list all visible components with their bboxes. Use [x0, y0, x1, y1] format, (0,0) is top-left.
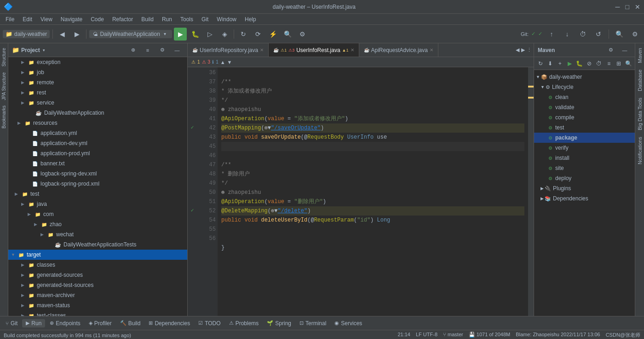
maven-expand-btn[interactable]: ⊞ — [614, 58, 623, 69]
find-btn[interactable]: 🔍 — [613, 28, 626, 41]
collapse-btn[interactable]: ≡ — [141, 44, 154, 57]
tree-logback-dev[interactable]: 📄 logback-spring-dev.xml — [8, 169, 187, 179]
tree-java[interactable]: ▶ 📁 java — [8, 199, 187, 209]
tab1-close[interactable]: ✕ — [260, 47, 264, 53]
project-minimize-btn[interactable]: — — [171, 44, 184, 57]
back-btn[interactable]: ◀ — [56, 28, 69, 41]
tree-rest[interactable]: ▶ 📁 rest — [8, 88, 187, 98]
tree-com[interactable]: ▶ 📁 com — [8, 209, 187, 219]
tree-logback-prod[interactable]: 📄 logback-spring-prod.xml — [8, 179, 187, 189]
tree-zhao[interactable]: ▶ 📁 zhao — [8, 219, 187, 229]
menu-tools[interactable]: Tools — [177, 15, 197, 23]
menu-view[interactable]: View — [37, 15, 56, 23]
tab-scroll-right[interactable]: ▶ — [521, 47, 525, 53]
code-editor[interactable]: /** * 添加或者修改用户 */ ☻ zhaopeishu @ApiOpera… — [218, 67, 528, 316]
tree-classes[interactable]: ▶ 📁 classes — [8, 260, 187, 270]
menu-edit[interactable]: Edit — [19, 15, 36, 23]
maven-add-btn[interactable]: + — [556, 58, 564, 69]
settings-btn[interactable]: ⚙ — [296, 28, 309, 41]
maven-run-btn[interactable]: ▶ — [565, 58, 574, 69]
locate-btn[interactable]: ⊕ — [126, 44, 139, 57]
menu-file[interactable]: File — [2, 15, 18, 23]
bottom-tab-run[interactable]: ▶ Run — [22, 319, 45, 327]
tab-userinfo-repository[interactable]: ☕ UserInfoRepository.java ✕ — [188, 43, 269, 57]
tree-target[interactable]: ▼ 📁 target — [8, 250, 187, 260]
tab-menu-btn[interactable]: ⋮ — [527, 47, 532, 53]
tree-maven-status[interactable]: ▶ 📁 maven-status — [8, 300, 187, 310]
maven-package[interactable]: ⚙ package — [534, 133, 635, 143]
tree-app-yml[interactable]: 📄 application.yml — [8, 128, 187, 138]
maven-test[interactable]: ⚙ test — [534, 123, 635, 133]
tree-remote[interactable]: ▶ 📁 remote — [8, 77, 187, 88]
maximize-btn[interactable]: □ — [626, 3, 629, 11]
project-name-btn[interactable]: 📁 daily-weather — [3, 30, 50, 38]
tab2-close[interactable]: ✕ — [351, 47, 354, 53]
menu-run[interactable]: Run — [158, 15, 176, 23]
close-btn[interactable]: ✕ — [635, 3, 640, 11]
notifications-side-tab[interactable]: Notifications — [636, 134, 644, 167]
minimize-btn[interactable]: ─ — [615, 3, 620, 11]
maven-deploy[interactable]: ⚙ deploy — [534, 173, 635, 183]
menu-help[interactable]: Help — [241, 15, 260, 23]
git-push-btn[interactable]: ↑ — [545, 28, 558, 41]
power-btn[interactable]: ⚡ — [266, 28, 279, 41]
maven-clean[interactable]: ⚙ clean — [534, 92, 635, 102]
maven-lifecycle-group[interactable]: ▼ ⚙ Lifecycle — [534, 82, 635, 92]
title-bar-controls[interactable]: ─ □ ✕ — [615, 3, 640, 11]
bigdata-side-tab[interactable]: Big Data Tools — [636, 95, 644, 133]
project-settings-btn[interactable]: ⚙ — [156, 44, 169, 57]
debug-btn[interactable]: 🐛 — [189, 28, 201, 41]
bottom-tab-todo[interactable]: ☑ TODO — [195, 319, 224, 327]
jpa-structure-tab[interactable]: JPA Structure — [1, 70, 7, 103]
bottom-tab-git[interactable]: ⑂ Git — [2, 319, 21, 327]
maven-validate[interactable]: ⚙ validate — [534, 102, 635, 112]
bookmarks-tab[interactable]: Bookmarks — [1, 103, 7, 131]
maven-history-btn[interactable]: ⏱ — [595, 58, 604, 69]
tree-wechat[interactable]: ▶ 📁 wechat — [8, 229, 187, 240]
bottom-tab-services[interactable]: ◉ Services — [331, 319, 366, 327]
bottom-tab-spring[interactable]: 🌱 Spring — [263, 319, 295, 327]
maven-minimize-btn[interactable]: — — [618, 44, 631, 57]
tab-api-request-advice[interactable]: ☕ ApiRequestAdvice.java ✕ — [359, 43, 438, 57]
tree-app-prod-yml[interactable]: 📄 application-prod.yml — [8, 148, 187, 158]
tab-userinfo-rest[interactable]: ☕ ⚠1 ⚠3 UserInfoRest.java ▲1 ✕ — [269, 43, 359, 57]
structure-tab[interactable]: Structure — [1, 45, 7, 70]
database-side-tab[interactable]: Database — [636, 67, 644, 94]
tree-service[interactable]: ▶ 📁 service — [8, 98, 187, 108]
coverage-btn[interactable]: ▷ — [203, 28, 216, 41]
bottom-tab-profiler[interactable]: ◈ Profiler — [85, 319, 115, 327]
maven-skip-btn[interactable]: ⊘ — [585, 58, 593, 69]
tree-test-classes[interactable]: ▶ 📁 test-classes — [8, 310, 187, 316]
tree-generated-test-sources[interactable]: ▶ 📁 generated-test-sources — [8, 280, 187, 290]
menu-git[interactable]: Git — [198, 15, 212, 23]
status-encoding[interactable]: LF UTF-8 — [416, 332, 437, 339]
tree-dwa-tests[interactable]: ☕ DailyWeatherApplicationTests — [8, 240, 187, 250]
bottom-tab-build[interactable]: 🔨 Build — [116, 319, 144, 327]
maven-verify[interactable]: ⚙ verify — [534, 143, 635, 153]
tree-generated-sources[interactable]: ▶ 📁 generated-sources — [8, 270, 187, 280]
tab-scroll-left[interactable]: ◀ — [516, 47, 519, 53]
status-position[interactable]: 21:14 — [397, 332, 410, 339]
update-btn[interactable]: ↻ — [237, 28, 250, 41]
menu-code[interactable]: Code — [87, 15, 108, 23]
tree-app-dev-yml[interactable]: 📄 application-dev.yml — [8, 138, 187, 148]
tree-test[interactable]: ▶ 📁 test — [8, 189, 187, 199]
maven-root[interactable]: ▼ 📦 daily-weather — [534, 72, 635, 82]
menu-window[interactable]: Window — [213, 15, 240, 23]
bottom-tab-dependencies[interactable]: ⊞ Dependencies — [145, 319, 194, 327]
maven-debug-btn[interactable]: 🐛 — [575, 58, 584, 69]
menu-navigate[interactable]: Navigate — [57, 15, 86, 23]
profile-btn[interactable]: ◈ — [218, 28, 231, 41]
tree-job[interactable]: ▶ 📁 job — [8, 67, 187, 77]
breadcrumb-down-btn[interactable]: ▼ — [227, 59, 232, 65]
maven-side-tab[interactable]: Maven — [636, 45, 644, 66]
maven-site[interactable]: ⚙ site — [534, 163, 635, 173]
tree-banner-txt[interactable]: 📄 banner.txt — [8, 158, 187, 169]
bottom-tab-terminal[interactable]: ⊡ Terminal — [296, 319, 330, 327]
search-btn[interactable]: 🔍 — [281, 28, 294, 41]
menu-build[interactable]: Build — [138, 15, 157, 23]
maven-install[interactable]: ⚙ install — [534, 153, 635, 163]
forward-btn[interactable]: ▶ — [70, 28, 83, 41]
tree-exception[interactable]: ▶ 📁 exception — [8, 57, 187, 67]
maven-collapse-btn[interactable]: ≡ — [604, 58, 613, 69]
